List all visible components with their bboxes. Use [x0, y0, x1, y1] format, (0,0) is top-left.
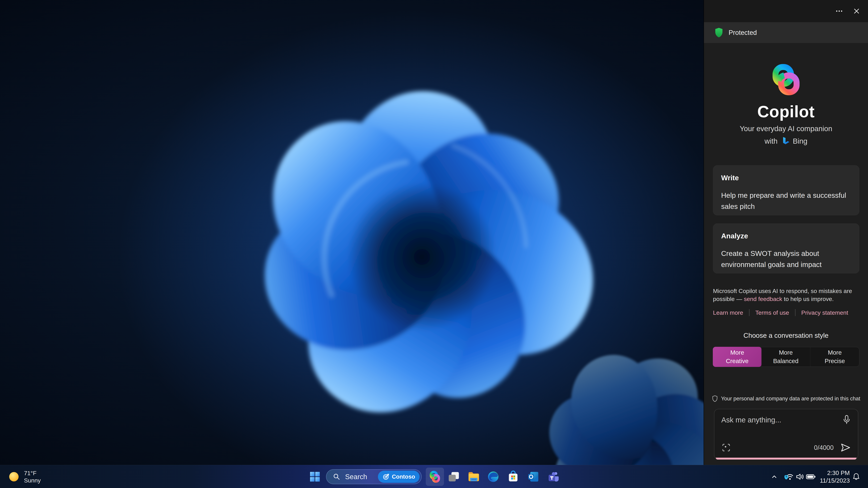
send-icon [840, 443, 851, 453]
tray-volume-button[interactable] [795, 471, 806, 483]
sun-icon [8, 471, 20, 482]
card-heading: Write [721, 174, 851, 182]
search-icon [333, 473, 341, 481]
data-protection-note: Your personal and company data are prote… [712, 395, 860, 402]
style-option-line2: Creative [726, 357, 748, 365]
tray-time: 2:30 PM [814, 469, 850, 477]
outlook-icon [527, 470, 540, 483]
weather-condition: Sunny [24, 477, 41, 484]
card-body: Create a SWOT analysis about environment… [721, 248, 851, 270]
link-separator [749, 309, 749, 316]
style-option-line1: More [730, 349, 744, 357]
taskbar-teams-button[interactable] [545, 468, 562, 486]
mic-icon [842, 414, 852, 425]
taskbar-task-view-button[interactable] [445, 468, 463, 486]
weather-text: 71°F Sunny [24, 469, 41, 484]
copilot-logo [769, 63, 803, 96]
contoso-target-icon [382, 473, 390, 480]
taskbar-copilot-button[interactable] [426, 468, 444, 486]
learn-more-link[interactable]: Learn more [713, 309, 743, 316]
tray-network-button[interactable] [783, 471, 795, 483]
task-view-icon [447, 470, 460, 483]
screen-capture-button[interactable] [721, 442, 732, 453]
style-option-more-precise[interactable]: More Precise [810, 347, 859, 366]
contoso-badge[interactable]: Contoso [378, 470, 420, 483]
protected-banner: Protected [704, 22, 868, 43]
taskbar-search[interactable]: Search Contoso [326, 469, 422, 484]
style-option-more-balanced[interactable]: More Balanced [761, 347, 810, 366]
copilot-sidebar: Protected Copilot Your [704, 0, 868, 465]
copilot-tagline: Your everyday AI companion [704, 125, 868, 133]
chevron-up-icon [770, 473, 778, 481]
tray-date: 11/15/2023 [814, 477, 850, 484]
copilot-icon [429, 470, 441, 483]
style-option-line1: More [828, 349, 842, 357]
edge-icon [487, 470, 500, 483]
weather-widget[interactable]: 71°F Sunny [8, 465, 41, 488]
data-protection-text: Your personal and company data are prote… [721, 395, 860, 402]
microphone-button[interactable] [841, 414, 852, 426]
microsoft-store-icon [507, 470, 519, 483]
with-text: with [765, 137, 778, 145]
terms-of-use-link[interactable]: Terms of use [755, 309, 789, 316]
search-label: Search [345, 473, 367, 481]
start-button[interactable] [306, 468, 324, 486]
tray-notifications-button[interactable] [850, 471, 862, 483]
conversation-style-title: Choose a conversation style [704, 332, 868, 339]
wifi-vpn-shield-icon [784, 472, 794, 482]
composer-toolbar: 0/4000 [721, 442, 852, 453]
tray-show-hidden-icons-button[interactable] [769, 471, 780, 483]
card-heading: Analyze [721, 232, 851, 240]
shield-outline-icon [712, 395, 718, 402]
style-option-line1: More [779, 349, 793, 357]
copilot-title: Copilot [704, 102, 868, 121]
bing-icon [781, 136, 790, 146]
protected-label: Protected [728, 29, 757, 36]
ellipsis-icon [835, 7, 844, 15]
taskbar-edge-button[interactable] [484, 468, 502, 486]
desktop: Protected Copilot Your [0, 0, 868, 488]
taskbar-file-explorer-button[interactable] [465, 468, 483, 486]
shield-check-icon [714, 27, 724, 38]
contoso-label: Contoso [392, 474, 415, 480]
style-option-line2: Precise [825, 357, 845, 365]
card-body: Help me prepare and write a successful s… [721, 190, 851, 212]
conversation-style-picker: More Creative More Balanced More Precise [713, 347, 859, 367]
bing-text: Bing [793, 137, 807, 145]
file-explorer-icon [467, 470, 480, 483]
close-icon [853, 7, 860, 15]
ai-disclaimer: Microsoft Copilot uses AI to respond, so… [713, 287, 860, 303]
volume-icon [796, 473, 805, 481]
link-separator [795, 309, 796, 316]
notification-bell-icon [852, 473, 860, 481]
taskbar-microsoft-store-button[interactable] [504, 468, 522, 486]
suggestion-card-write[interactable]: Write Help me prepare and write a succes… [713, 165, 859, 215]
send-feedback-link[interactable]: send feedback [744, 296, 782, 302]
teams-icon [547, 470, 560, 483]
disclaimer-text-after: to help us improve. [782, 296, 834, 302]
chat-composer: 0/4000 [714, 409, 858, 460]
send-button[interactable] [840, 442, 852, 453]
windows-start-icon [309, 471, 321, 483]
taskbar: 71°F Sunny Search [0, 465, 868, 488]
tray-clock[interactable]: 2:30 PM 11/15/2023 [814, 469, 850, 485]
panel-header [704, 0, 868, 22]
privacy-statement-link[interactable]: Privacy statement [801, 309, 848, 316]
screen-capture-icon [721, 443, 731, 453]
chat-input[interactable] [721, 415, 826, 426]
character-counter: 0/4000 [814, 444, 834, 451]
suggestion-card-analyze[interactable]: Analyze Create a SWOT analysis about env… [713, 223, 859, 273]
taskbar-outlook-button[interactable] [524, 468, 542, 486]
close-button[interactable] [850, 4, 863, 18]
style-option-more-creative[interactable]: More Creative [713, 347, 762, 367]
weather-temperature: 71°F [24, 469, 41, 477]
footer-links: Learn more Terms of use Privacy statemen… [713, 309, 860, 316]
style-option-line2: Balanced [773, 357, 799, 365]
more-options-button[interactable] [833, 4, 846, 18]
copilot-hero: Copilot Your everyday AI companion with … [704, 43, 868, 164]
composer-accent-underline [716, 458, 857, 460]
with-bing-row: with Bing [704, 136, 868, 146]
